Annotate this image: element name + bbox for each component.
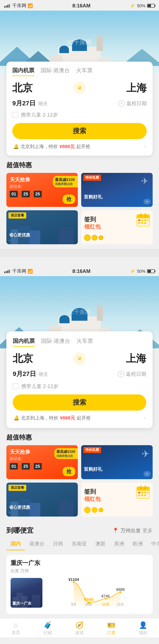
tab2-train[interactable]: 火车票 (77, 337, 93, 347)
nav-mine[interactable]: 👤 我的 (127, 621, 159, 636)
plane-icon-2: ✈ (75, 354, 84, 363)
nav-discover-label: 发现 (75, 630, 84, 636)
hotel-label-2: 省心更优惠 (9, 504, 30, 510)
tab-intl[interactable]: 国际·港澳台 (41, 67, 70, 76)
children-checkbox[interactable] (12, 112, 18, 118)
discount-badge: 最高减¥100 优惠券整点抢 (53, 176, 78, 187)
date-section: 9月27日 明天 + 返程日期 (13, 370, 146, 378)
chart-destination: 重庆一广东 (10, 559, 149, 567)
hotel-card-2[interactable]: 酒店套餐 省心更优惠 › (6, 482, 78, 516)
departure-date-2[interactable]: 9月27日 明天 (13, 370, 48, 378)
discover-icon: 🧭 (75, 621, 84, 629)
grab-btn-2[interactable]: 抢 (63, 467, 75, 476)
svg-rect-2 (137, 217, 150, 218)
promo-bar-2[interactable]: 🔔 北京到上海，特价 ¥888元 起开抢 › (13, 415, 146, 421)
calendar-icon (136, 212, 151, 227)
ticket-card[interactable]: ✈ 特价机票 首购好礼 > (81, 173, 153, 207)
route-row: 北京 ✈ 上海 (12, 81, 147, 95)
ticket-bg: ✈ 特价机票 首购好礼 > (81, 173, 153, 207)
where-title: 到哪便宜 (6, 526, 33, 535)
status-bar-1: 千库网 📶 8:16AM ⚡ 50% (0, 0, 159, 10)
ticket-bg-2: ✈ 特价机票 首购好礼 > (81, 445, 153, 479)
nav-order[interactable]: 🎫 订票 (95, 621, 127, 636)
status-right-2: ⚡ 50% (130, 269, 155, 274)
return-date-btn-2[interactable]: + 返程日期 (118, 371, 146, 378)
search-button-2[interactable]: 搜索 (13, 394, 146, 410)
battery-icon-2 (147, 269, 155, 273)
flash-bg-2: 天天抢券 距结束: 01 : 25 : 25 最高减¥100 优惠券整点抢 抢 (6, 445, 78, 479)
where-to-section: 到哪便宜 📍 万州出发 更多 国内 港澳台 日韩 东南亚 澳新 美洲 欧洲 中东… (0, 526, 159, 614)
plane-icon-wrap: ✈ (73, 82, 86, 94)
where-location-wrap[interactable]: 📍 万州出发 更多 (112, 527, 153, 534)
ticket-arrow-2[interactable]: > (144, 471, 151, 477)
coins-decoration (84, 234, 103, 241)
flash-card-2[interactable]: 天天抢券 距结束: 01 : 25 : 25 最高减¥100 优惠券整点抢 抢 (6, 445, 78, 479)
svg-text:¥666: ¥666 (84, 597, 94, 602)
dome-main (72, 39, 87, 51)
children-checkbox-2[interactable] (13, 384, 19, 389)
signin-card[interactable]: 签到 领红包 (81, 210, 153, 244)
to-city-2[interactable]: 上海 (126, 352, 146, 365)
hotel-bg: 酒店套餐 省心更优惠 › (6, 210, 78, 244)
hotel-card[interactable]: 酒店套餐 省心更优惠 › (6, 210, 78, 244)
dest-tab-sea[interactable]: 东南亚 (67, 539, 91, 550)
tab-train[interactable]: 火车票 (76, 67, 93, 76)
nav-trip[interactable]: 🧳 行程 (32, 621, 64, 636)
status-time-2: 8:16AM (72, 268, 90, 274)
dest-tab-middleeast[interactable]: 中东 (147, 539, 159, 550)
countdown-s: 25 (34, 191, 42, 197)
promo-desc-2: 北京到上海，特价 (21, 415, 58, 421)
from-city-2[interactable]: 北京 (13, 352, 33, 365)
search-tabs: 国内机票 国际·港澳台 火车票 (12, 67, 147, 76)
ticket-card-2[interactable]: ✈ 特价机票 首购好礼 > (81, 445, 153, 479)
hotel-badge-2: 酒店套餐 (8, 485, 26, 491)
city-photo-wrap: 重庆一广东 (10, 578, 42, 608)
flash-sale-card[interactable]: 天天抢券 距结束: 01 : 25 : 25 最高减¥100 优惠券整点抢 抢 (6, 173, 78, 207)
battery-percent-2: 50% (137, 269, 146, 274)
return-label-2: 返程日期 (126, 371, 146, 378)
ticket-badge-2: 特价机票 (83, 447, 101, 453)
ticket-arrow[interactable]: > (144, 199, 151, 204)
to-city[interactable]: 上海 (126, 81, 147, 95)
dest-tab-europe[interactable]: 欧洲 (129, 539, 147, 550)
bottom-nav: ⌂ 首页 🧳 行程 🧭 发现 🎫 订票 👤 我的 (0, 618, 159, 638)
search-button[interactable]: 搜索 (12, 123, 147, 139)
tab2-domestic[interactable]: 国内机票 (13, 337, 35, 347)
svg-text:¥1104: ¥1104 (68, 578, 79, 582)
dest-tab-japan[interactable]: 日韩 (49, 539, 67, 550)
dome-left (59, 46, 69, 53)
svg-text:9月: 9月 (71, 602, 77, 606)
nav-home[interactable]: ⌂ 首页 (0, 621, 32, 636)
dest-tab-americas[interactable]: 美洲 (110, 539, 129, 550)
svg-rect-5 (138, 220, 140, 221)
tab2-intl[interactable]: 国际·港澳台 (41, 337, 70, 347)
bluetooth-icon-2: ⚡ (130, 269, 135, 274)
dest-tab-domestic[interactable]: 国内 (6, 539, 25, 550)
signin-card-2[interactable]: 签到 领红包 (81, 482, 153, 516)
return-date-btn[interactable]: + 返程日期 (118, 100, 147, 107)
plane-silhouette: ✈ (141, 176, 149, 186)
svg-rect-21 (138, 494, 140, 496)
ticket-label: 首购好礼 (84, 194, 102, 200)
svg-rect-7 (144, 220, 146, 221)
signin-label-2: 签到 (84, 488, 96, 496)
dest-tab-aunz[interactable]: 澳新 (91, 539, 110, 550)
promo-bar[interactable]: 🔔 北京到上海，特价 ¥888元 起开抢 › (12, 143, 147, 150)
nav-mine-label: 我的 (139, 630, 147, 636)
countdown-h: 01 (10, 191, 18, 197)
grab-button[interactable]: 抢 (63, 194, 75, 204)
search-tabs-2: 国内机票 国际·港澳台 火车票 (13, 337, 146, 347)
svg-text:¥746: ¥746 (101, 594, 110, 598)
deals-grid-2: 天天抢券 距结束: 01 : 25 : 25 最高减¥100 优惠券整点抢 抢 (0, 445, 159, 521)
section-divider (0, 248, 159, 257)
sep2-2: : (31, 464, 32, 468)
dest-tab-hkmacau[interactable]: 港澳台 (25, 539, 49, 550)
from-city[interactable]: 北京 (12, 81, 33, 95)
tab-domestic[interactable]: 国内机票 (12, 67, 34, 76)
promo-arrow-icon-2: › (144, 415, 146, 421)
more-link[interactable]: 更多 (143, 527, 153, 534)
nav-discover[interactable]: 🧭 发现 (64, 621, 95, 636)
departure-date[interactable]: 9月27日 明天 (12, 99, 48, 108)
bell-tower-2 (97, 305, 103, 321)
price-chart-wrap: ¥1104 ¥666 ¥746 ¥888 9月 10月 11月 12月 (46, 578, 149, 608)
